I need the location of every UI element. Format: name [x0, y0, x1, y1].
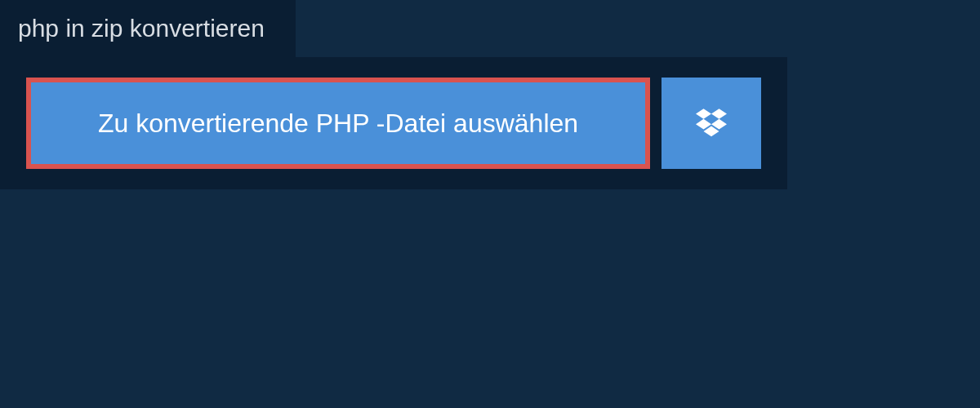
select-file-button[interactable]: Zu konvertierende PHP -Datei auswählen: [26, 78, 650, 169]
dropbox-icon: [696, 106, 727, 140]
tab-label: php in zip konvertieren: [18, 15, 265, 42]
select-file-label: Zu konvertierende PHP -Datei auswählen: [98, 109, 578, 139]
tab-convert[interactable]: php in zip konvertieren: [0, 0, 296, 57]
upload-panel: Zu konvertierende PHP -Datei auswählen: [0, 57, 787, 189]
dropbox-button[interactable]: [662, 78, 761, 169]
